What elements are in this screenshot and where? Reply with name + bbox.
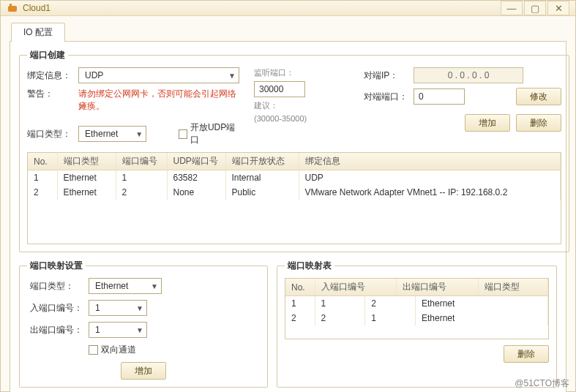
port-table: No. 端口类型 端口编号 UDP端口号 端口开放状态 绑定信息 <box>27 152 561 244</box>
map-type-select[interactable]: Ethernet ▼ <box>89 278 162 294</box>
cell: 2 <box>28 185 57 200</box>
peer-ip-label: 对端IP： <box>364 69 408 82</box>
add-port-button[interactable]: 增加 <box>465 114 510 132</box>
peer-ip-value: 0 . 0 . 0 . 0 <box>448 70 490 80</box>
titlebar: Cloud1 — ▢ ✕ <box>1 1 575 16</box>
window-title: Cloud1 <box>23 3 51 13</box>
tab-io-config[interactable]: IO 配置 <box>11 23 65 42</box>
cell: Ethernet <box>57 185 116 200</box>
chevron-down-icon: ▼ <box>136 304 143 312</box>
cell: Ethernet <box>415 296 547 311</box>
col-state: 端口开放状态 <box>225 153 299 170</box>
map-table: No. 入端口编号 出端口编号 端口类型 1 <box>285 278 549 339</box>
mcol-no: No. <box>285 279 315 296</box>
bind-info-label: 绑定信息： <box>27 69 72 82</box>
group-map-table-legend: 端口映射表 <box>285 260 334 272</box>
cell: 2 <box>365 296 416 311</box>
peer-ip-input[interactable]: 0 . 0 . 0 . 0 <box>414 67 523 83</box>
svg-rect-0 <box>8 6 17 12</box>
chevron-down-icon: ▼ <box>228 72 236 80</box>
open-udp-checkbox[interactable]: 开放UDP端口 <box>179 121 239 146</box>
group-port-create-legend: 端口创建 <box>27 49 68 61</box>
group-port-create: 端口创建 绑定信息： UDP ▼ 警告： 请勿绑定 <box>19 49 569 252</box>
listen-port-input[interactable]: 30000 <box>254 81 305 97</box>
table-row[interactable]: 2 2 1 Ethernet <box>285 311 548 325</box>
bind-info-value: UDP <box>85 70 103 80</box>
svg-rect-1 <box>10 4 12 7</box>
cell: Ethernet <box>57 170 116 185</box>
col-udp: UDP端口号 <box>167 153 225 170</box>
suggest-range: (30000-35000) <box>254 114 349 123</box>
chevron-down-icon: ▼ <box>136 326 143 334</box>
cell: VMware Network Adapter VMnet1 -- IP: 192… <box>299 185 561 200</box>
port-type-select[interactable]: Ethernet ▼ <box>78 126 146 142</box>
add-map-button[interactable]: 增加 <box>121 362 166 380</box>
warning-text: 请勿绑定公网网卡，否则可能会引起网络瘫痪。 <box>78 88 239 113</box>
checkbox-box-icon <box>179 129 187 139</box>
close-button[interactable]: ✕ <box>547 1 569 15</box>
map-table-header-row: No. 入端口编号 出端口编号 端口类型 <box>285 279 548 296</box>
mcol-out: 出端口编号 <box>397 279 479 296</box>
chevron-down-icon: ▼ <box>151 282 158 290</box>
table-row[interactable]: 2 Ethernet 2 None Public VMware Network … <box>28 185 561 200</box>
bidir-label: 双向通道 <box>101 344 136 356</box>
bidir-checkbox[interactable]: 双向通道 <box>89 344 260 356</box>
minimize-button[interactable]: — <box>501 1 523 15</box>
warning-label: 警告： <box>27 88 72 100</box>
in-port-value: 1 <box>95 303 100 313</box>
cell: 1 <box>28 170 57 185</box>
cell: UDP <box>299 170 561 185</box>
in-port-label: 入端口编号： <box>30 302 89 314</box>
app-icon <box>7 2 18 14</box>
in-port-select[interactable]: 1 ▼ <box>89 300 147 316</box>
col-type: 端口类型 <box>57 153 116 170</box>
open-udp-label: 开放UDP端口 <box>190 121 239 146</box>
delete-map-button[interactable]: 删除 <box>504 345 549 363</box>
group-map-table: 端口映射表 No. 入端口编号 出端口编号 端口类型 <box>277 260 557 388</box>
client-area: IO 配置 端口创建 绑定信息： UDP ▼ <box>1 16 575 392</box>
peer-port-input[interactable]: 0 <box>414 88 465 105</box>
cell: Ethernet <box>415 311 547 325</box>
out-port-value: 1 <box>95 325 100 335</box>
map-type-value: Ethernet <box>95 281 128 291</box>
app-window: Cloud1 — ▢ ✕ IO 配置 端口创建 绑定信息： UDP <box>0 0 576 392</box>
col-num: 端口编号 <box>116 153 167 170</box>
cell: 1 <box>116 170 167 185</box>
mcol-in: 入端口编号 <box>315 279 397 296</box>
tab-content: 端口创建 绑定信息： UDP ▼ 警告： 请勿绑定 <box>10 41 566 392</box>
col-bind: 绑定信息 <box>299 153 561 170</box>
mcol-type: 端口类型 <box>479 279 548 296</box>
map-type-label: 端口类型： <box>30 280 89 293</box>
listen-port-value: 30000 <box>259 84 283 94</box>
peer-port-value: 0 <box>419 91 424 102</box>
cell: None <box>167 185 225 200</box>
cell: 1 <box>285 296 315 311</box>
tab-strip: IO 配置 <box>10 22 566 41</box>
cell: 1 <box>365 311 416 325</box>
bind-info-select[interactable]: UDP ▼ <box>78 67 239 83</box>
table-row[interactable]: 1 1 2 Ethernet <box>285 296 548 311</box>
chevron-down-icon: ▼ <box>135 130 143 138</box>
group-map-settings-legend: 端口映射设置 <box>27 260 86 272</box>
cell: 2 <box>285 311 315 325</box>
checkbox-box-icon <box>89 345 98 355</box>
suggest-label: 建议： <box>254 100 349 111</box>
listen-port-label: 监听端口： <box>254 67 349 78</box>
cell: 2 <box>315 311 365 325</box>
cell: Internal <box>225 170 299 185</box>
peer-port-label: 对端端口： <box>364 91 408 103</box>
out-port-label: 出端口编号： <box>30 324 89 336</box>
maximize-button[interactable]: ▢ <box>524 1 546 15</box>
delete-port-button[interactable]: 删除 <box>516 114 561 132</box>
out-port-select[interactable]: 1 ▼ <box>89 322 147 338</box>
cell: 1 <box>315 296 365 311</box>
cell: 2 <box>116 185 167 200</box>
port-type-label: 端口类型： <box>27 128 72 140</box>
table-row[interactable]: 1 Ethernet 1 63582 Internal UDP <box>28 170 561 185</box>
modify-button[interactable]: 修改 <box>516 88 561 105</box>
col-no: No. <box>28 153 57 170</box>
cell: Public <box>225 185 299 200</box>
port-table-header-row: No. 端口类型 端口编号 UDP端口号 端口开放状态 绑定信息 <box>28 153 561 170</box>
group-map-settings: 端口映射设置 端口类型： Ethernet ▼ 入端口编号： 1 ▼ 出端口编号… <box>19 260 268 388</box>
watermark: @51CTO博客 <box>515 377 569 390</box>
